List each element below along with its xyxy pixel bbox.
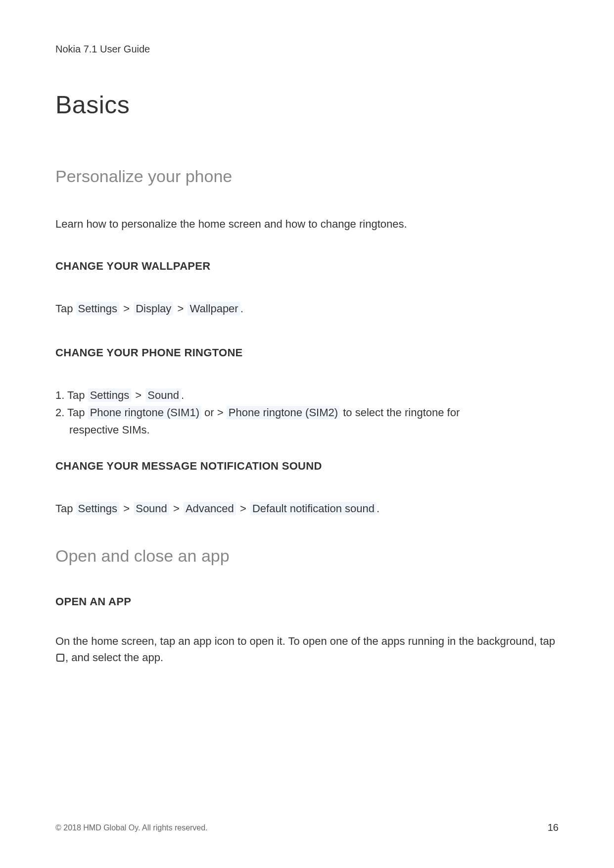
ui-label-ringtone-sim1: Phone ringtone (SIM1) — [88, 406, 201, 419]
breadcrumb-separator: > — [123, 302, 130, 315]
ui-label-default-notification: Default notification sound — [250, 502, 377, 515]
ui-label-wallpaper: Wallpaper — [188, 302, 240, 315]
breadcrumb-separator: > — [177, 302, 184, 315]
breadcrumb-separator: > — [135, 389, 142, 401]
recent-apps-icon — [56, 654, 64, 662]
openapp-body-part1: On the home screen, tap an app icon to o… — [55, 635, 555, 647]
or-text: or > — [201, 406, 227, 419]
list-item-2: 2. Tap Phone ringtone (SIM1) or > Phone … — [55, 404, 559, 421]
ui-label-sound: Sound — [145, 388, 181, 402]
ringtone-heading: CHANGE YOUR PHONE RINGTONE — [55, 346, 559, 359]
breadcrumb-separator: > — [240, 502, 246, 515]
openapp-body: On the home screen, tap an app icon to o… — [55, 633, 559, 666]
tap-prefix: Tap — [55, 502, 76, 515]
page-footer: © 2018 HMD Global Oy. All rights reserve… — [55, 822, 559, 833]
copyright-text: © 2018 HMD Global Oy. All rights reserve… — [55, 823, 208, 832]
period: . — [181, 389, 184, 401]
item2-prefix: 2. Tap — [55, 406, 88, 419]
section-openclose-title: Open and close an app — [55, 546, 559, 566]
page-number: 16 — [548, 822, 559, 833]
openapp-heading: OPEN AN APP — [55, 595, 559, 608]
period: . — [240, 302, 243, 315]
tap-prefix: Tap — [55, 302, 76, 315]
notification-instruction: Tap Settings > Sound > Advanced > Defaul… — [55, 500, 559, 517]
section-personalize-title: Personalize your phone — [55, 167, 559, 186]
item2-suffix: to select the ringtone for — [340, 406, 460, 419]
breadcrumb-separator: > — [123, 502, 130, 515]
chapter-title: Basics — [55, 91, 559, 119]
period: . — [377, 502, 379, 515]
ui-label-advanced: Advanced — [184, 502, 236, 515]
wallpaper-instruction: Tap Settings > Display > Wallpaper. — [55, 300, 559, 317]
list-item-1: 1. Tap Settings > Sound. — [55, 387, 559, 403]
ui-label-sound: Sound — [134, 502, 169, 515]
personalize-intro-text: Learn how to personalize the home screen… — [55, 216, 559, 232]
ui-label-display: Display — [134, 302, 173, 315]
ui-label-settings: Settings — [76, 502, 120, 515]
ui-label-ringtone-sim2: Phone ringtone (SIM2) — [227, 406, 340, 419]
ringtone-steps-list: 1. Tap Settings > Sound. 2. Tap Phone ri… — [55, 387, 559, 438]
notification-heading: CHANGE YOUR MESSAGE NOTIFICATION SOUND — [55, 460, 559, 473]
document-header-title: Nokia 7.1 User Guide — [55, 44, 559, 55]
ui-label-settings: Settings — [76, 302, 120, 315]
list-item-2-continued: respective SIMs. — [55, 422, 559, 438]
openapp-body-part2: , and select the app. — [65, 651, 163, 664]
wallpaper-heading: CHANGE YOUR WALLPAPER — [55, 260, 559, 273]
ui-label-settings: Settings — [88, 388, 132, 402]
item1-prefix: 1. Tap — [55, 389, 88, 401]
breadcrumb-separator: > — [173, 502, 180, 515]
